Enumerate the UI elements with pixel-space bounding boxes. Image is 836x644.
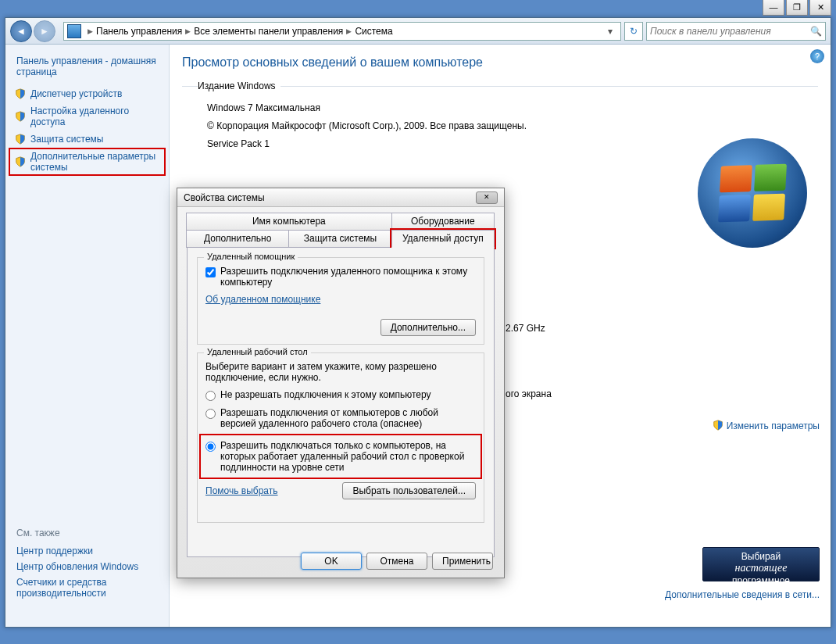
see-also-header: См. также xyxy=(16,528,158,538)
see-also-performance[interactable]: Счетчики и средства производительности xyxy=(16,574,158,601)
remote-assistance-advanced-button[interactable]: Дополнительно... xyxy=(380,319,476,336)
remote-desktop-group: Удаленный рабочий стол Выберите вариант … xyxy=(197,352,484,523)
breadcrumb-separator-icon: ▶ xyxy=(185,27,191,35)
search-input[interactable] xyxy=(650,26,810,37)
sidebar: Панель управления - домашняя страница Ди… xyxy=(5,45,170,627)
edition-name: Windows 7 Максимальная xyxy=(207,99,818,117)
about-remote-assistance-link[interactable]: Об удаленном помощнике xyxy=(205,294,320,305)
sidebar-item-label: Настройка удаленного доступа xyxy=(30,106,159,127)
rd-option-nla-label: Разрешить подключаться только с компьюте… xyxy=(220,440,476,473)
shield-icon xyxy=(15,88,26,99)
select-users-button[interactable]: Выбрать пользователей... xyxy=(342,482,476,499)
cancel-button[interactable]: Отмена xyxy=(366,553,427,570)
rd-option-nla-radio[interactable] xyxy=(205,442,216,452)
sidebar-item-remote-settings[interactable]: Настройка удаленного доступа xyxy=(9,102,166,131)
remote-desktop-legend: Удаленный рабочий стол xyxy=(204,347,311,356)
help-icon[interactable]: ? xyxy=(810,49,824,63)
dialog-titlebar[interactable]: Свойства системы ✕ xyxy=(177,188,504,207)
dialog-close-button[interactable]: ✕ xyxy=(476,191,498,204)
allow-remote-assistance-checkbox[interactable] xyxy=(205,267,216,277)
see-also-action-center[interactable]: Центр поддержки xyxy=(16,543,158,559)
remote-assistance-group: Удаленный помощник Разрешить подключения… xyxy=(197,257,484,345)
rd-option-any-label: Разрешать подключения от компьютеров с л… xyxy=(220,407,476,429)
dialog-title-text: Свойства системы xyxy=(184,192,476,203)
nav-back-button[interactable]: ◄ xyxy=(10,20,32,42)
see-also-windows-update[interactable]: Центр обновления Windows xyxy=(16,559,158,574)
sidebar-home-link[interactable]: Панель управления - домашняя страница xyxy=(9,52,166,85)
obscured-system-text: 2.67 GHz ого экрана xyxy=(506,310,552,412)
tab-system-protection[interactable]: Защита системы xyxy=(288,230,391,248)
system-properties-dialog: Свойства системы ✕ Имя компьютера Оборуд… xyxy=(177,188,505,578)
cpu-value-partial: 2.67 GHz xyxy=(506,323,552,334)
control-panel-icon xyxy=(67,24,81,38)
genuine-microsoft-badge: Выбирай настоящее программное обеспечени… xyxy=(702,547,820,581)
genuine-line2: настоящее xyxy=(706,562,816,575)
nav-forward-button[interactable]: ► xyxy=(34,20,55,42)
change-settings-link[interactable]: Изменить параметры xyxy=(727,420,820,431)
sidebar-item-label: Защита системы xyxy=(30,134,103,145)
sidebar-item-label: Дополнительные параметры системы xyxy=(30,151,159,173)
window-maximize-button[interactable]: ❐ xyxy=(786,0,808,16)
breadcrumb-separator-icon: ▶ xyxy=(88,27,93,35)
search-icon[interactable]: 🔍 xyxy=(810,26,822,37)
sidebar-item-device-manager[interactable]: Диспетчер устройств xyxy=(9,85,166,102)
sidebar-item-advanced-settings[interactable]: Дополнительные параметры системы xyxy=(15,151,159,173)
apply-button[interactable]: Применить xyxy=(432,553,493,570)
rd-option-deny-label: Не разрешать подключения к этому компьют… xyxy=(220,389,431,400)
breadcrumb-item[interactable]: Все элементы панели управления xyxy=(194,26,343,37)
rd-option-nla-highlight: Разрешить подключаться только с компьюте… xyxy=(201,435,481,478)
refresh-button[interactable]: ↻ xyxy=(624,22,643,41)
remote-desktop-intro: Выберите вариант и затем укажите, кому р… xyxy=(205,361,476,383)
window-minimize-button[interactable]: — xyxy=(763,0,784,16)
rd-option-deny-radio[interactable] xyxy=(205,391,216,401)
dialog-tabs: Имя компьютера Оборудование Дополнительн… xyxy=(187,213,495,248)
allow-remote-assistance-label: Разрешить подключения удаленного помощни… xyxy=(220,266,476,288)
help-me-choose-link[interactable]: Помочь выбрать xyxy=(205,485,278,496)
shield-icon xyxy=(15,134,26,145)
rd-option-any-radio[interactable] xyxy=(205,409,216,419)
copyright-text: © Корпорация Майкрософт (Microsoft Corp.… xyxy=(207,117,818,135)
remote-assistance-legend: Удаленный помощник xyxy=(204,252,298,261)
breadcrumb-separator-icon: ▶ xyxy=(346,27,352,35)
tab-advanced[interactable]: Дополнительно xyxy=(186,230,289,248)
breadcrumb-item[interactable]: Система xyxy=(355,26,392,37)
windows-logo xyxy=(698,138,807,248)
shield-icon xyxy=(15,111,26,122)
address-dropdown-button[interactable]: ▾ xyxy=(603,26,617,37)
ok-button[interactable]: OK xyxy=(301,553,362,570)
edition-legend: Издание Windows xyxy=(198,80,280,91)
tab-hardware[interactable]: Оборудование xyxy=(391,213,495,231)
tab-panel-remote: Удаленный помощник Разрешить подключения… xyxy=(187,248,495,557)
sidebar-item-label: Диспетчер устройств xyxy=(30,88,122,99)
genuine-line1: Выбирай xyxy=(706,551,816,562)
search-box[interactable]: 🔍 xyxy=(646,22,826,41)
breadcrumb-item[interactable]: Панель управления xyxy=(96,26,182,37)
window-close-button[interactable]: ✕ xyxy=(809,0,831,16)
page-title: Просмотр основных сведений о вашем компь… xyxy=(182,55,818,70)
see-also-section: См. также Центр поддержки Центр обновлен… xyxy=(9,520,166,609)
sidebar-item-advanced-highlight: Дополнительные параметры системы xyxy=(9,148,166,176)
address-bar[interactable]: ▶ Панель управления ▶ Все элементы панел… xyxy=(63,22,621,41)
address-bar-row: ◄ ► ▶ Панель управления ▶ Все элементы п… xyxy=(5,18,831,45)
tab-remote[interactable]: Удаленный доступ xyxy=(391,230,495,248)
tab-computer-name[interactable]: Имя компьютера xyxy=(186,213,392,231)
shield-icon xyxy=(713,420,723,433)
sidebar-item-system-protection[interactable]: Защита системы xyxy=(9,131,166,148)
shield-icon xyxy=(15,156,26,167)
more-info-online-link[interactable]: Дополнительные сведения в сети... xyxy=(665,589,820,600)
dialog-footer: OK Отмена Применить xyxy=(301,553,493,570)
screen-text-partial: ого экрана xyxy=(506,388,552,399)
